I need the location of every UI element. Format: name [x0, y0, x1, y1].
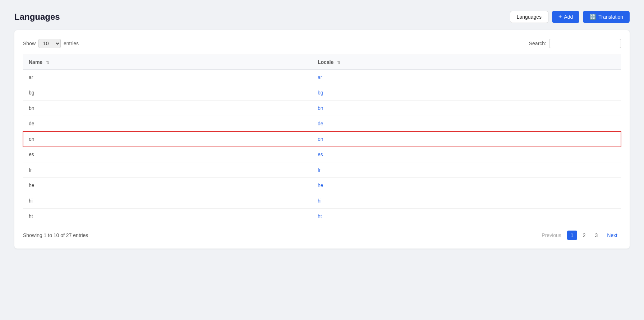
pagination: Previous 1 2 3 Next: [538, 231, 621, 240]
add-label: Add: [564, 14, 573, 20]
name-cell: en: [23, 131, 312, 147]
locale-cell[interactable]: fr: [312, 162, 621, 178]
table-row[interactable]: fr fr: [23, 162, 621, 178]
locale-sort-icon: ⇅: [337, 60, 340, 65]
previous-button[interactable]: Previous: [538, 231, 565, 240]
main-card: Show 10 25 50 100 entries Search: Name: [14, 30, 630, 249]
name-cell: ht: [23, 209, 312, 224]
locale-cell[interactable]: en: [312, 131, 621, 147]
translation-label: Translation: [598, 14, 623, 20]
translation-button[interactable]: 🔡 Translation: [583, 11, 630, 23]
add-button[interactable]: + Add: [552, 11, 579, 23]
show-entries-control: Show 10 25 50 100 entries: [23, 39, 79, 48]
search-area: Search:: [529, 39, 621, 48]
entries-label: entries: [64, 41, 79, 46]
name-cell: bg: [23, 85, 312, 101]
next-button[interactable]: Next: [603, 231, 621, 240]
search-label: Search:: [529, 41, 546, 46]
locale-cell[interactable]: de: [312, 116, 621, 131]
page-1-button[interactable]: 1: [567, 231, 577, 240]
locale-column-header[interactable]: Locale ⇅: [312, 55, 621, 70]
locale-cell[interactable]: ht: [312, 209, 621, 224]
locale-cell[interactable]: bn: [312, 101, 621, 116]
plus-icon: +: [558, 14, 562, 20]
table-row[interactable]: ht ht: [23, 209, 621, 224]
name-cell: es: [23, 147, 312, 162]
table-row[interactable]: es es: [23, 147, 621, 162]
table-row[interactable]: hi hi: [23, 193, 621, 209]
table-row[interactable]: de de: [23, 116, 621, 131]
table-row[interactable]: en en: [23, 131, 621, 147]
table-row[interactable]: bg bg: [23, 85, 621, 101]
table-row[interactable]: bn bn: [23, 101, 621, 116]
name-column-header[interactable]: Name ⇅: [23, 55, 312, 70]
languages-button[interactable]: Languages: [510, 11, 548, 23]
show-label: Show: [23, 41, 36, 46]
page-2-button[interactable]: 2: [579, 231, 589, 240]
name-cell: bn: [23, 101, 312, 116]
translation-icon: 🔡: [589, 14, 596, 20]
languages-table: Name ⇅ Locale ⇅ ar ar bg bg bn bn de d: [23, 55, 621, 224]
name-cell: hi: [23, 193, 312, 209]
table-controls: Show 10 25 50 100 entries Search:: [23, 39, 621, 48]
search-input[interactable]: [549, 39, 621, 48]
table-row[interactable]: ar ar: [23, 70, 621, 85]
showing-text: Showing 1 to 10 of 27 entries: [23, 232, 88, 238]
entries-select[interactable]: 10 25 50 100: [38, 39, 61, 48]
name-cell: de: [23, 116, 312, 131]
name-cell: he: [23, 178, 312, 193]
locale-cell[interactable]: es: [312, 147, 621, 162]
name-cell: ar: [23, 70, 312, 85]
locale-cell[interactable]: hi: [312, 193, 621, 209]
name-sort-icon: ⇅: [46, 60, 49, 65]
table-header-row: Name ⇅ Locale ⇅: [23, 55, 621, 70]
name-cell: fr: [23, 162, 312, 178]
page-title: Languages: [14, 12, 60, 22]
header-actions: Languages + Add 🔡 Translation: [510, 11, 630, 23]
table-row[interactable]: he he: [23, 178, 621, 193]
locale-cell[interactable]: he: [312, 178, 621, 193]
table-footer: Showing 1 to 10 of 27 entries Previous 1…: [23, 231, 621, 240]
locale-cell[interactable]: bg: [312, 85, 621, 101]
page-3-button[interactable]: 3: [591, 231, 601, 240]
locale-cell[interactable]: ar: [312, 70, 621, 85]
